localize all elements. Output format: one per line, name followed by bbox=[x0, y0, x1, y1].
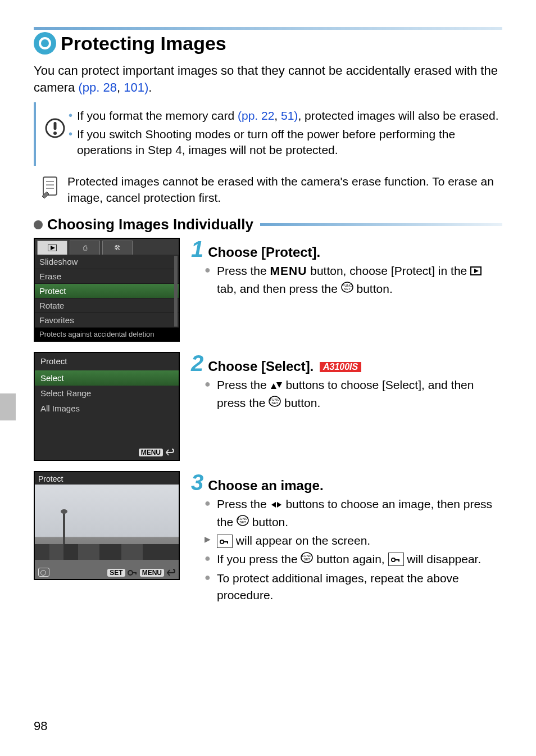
playback-tab-icon bbox=[470, 263, 482, 280]
step3-line4: To protect additional images, repeat the… bbox=[217, 570, 502, 604]
caution2-text: If you switch Shooting modes or turn off… bbox=[77, 126, 502, 159]
svg-marker-23 bbox=[277, 502, 281, 508]
protect-key-icon bbox=[388, 553, 404, 566]
caution-item-1: • If you format the memory card (pp. 22,… bbox=[69, 108, 502, 124]
svg-marker-22 bbox=[271, 502, 276, 508]
intro-text-mid: , bbox=[117, 80, 124, 94]
func-set-icon: FUNCSET bbox=[237, 514, 249, 531]
caution-item-2: • If you switch Shooting modes or turn o… bbox=[69, 126, 502, 159]
svg-point-2 bbox=[53, 132, 57, 135]
step-number-2: 2 bbox=[191, 352, 203, 374]
step-3: Protect SET MENU 3 Choos bbox=[34, 471, 502, 605]
back-arrow-icon bbox=[165, 449, 174, 456]
caution-icon bbox=[42, 118, 69, 138]
step3-title: Choose an image. bbox=[208, 478, 323, 494]
svg-text:SET: SET bbox=[271, 401, 278, 405]
submenu-all-images: All Images bbox=[35, 401, 179, 416]
svg-marker-10 bbox=[474, 269, 479, 273]
note-text: Protected images cannot be erased with t… bbox=[67, 174, 502, 206]
step3-line1: Press the buttons to choose an image, th… bbox=[217, 496, 502, 531]
menu-row-protect: Protect bbox=[35, 284, 179, 298]
caution1-mid: , bbox=[274, 109, 281, 122]
subheading-bullet-icon bbox=[34, 220, 43, 229]
tab-print: ⎙ bbox=[70, 241, 100, 255]
step-number-1: 1 bbox=[191, 238, 203, 260]
svg-rect-29 bbox=[227, 541, 228, 544]
menu-row-erase: Erase bbox=[35, 269, 179, 284]
func-set-icon: FUNCSET bbox=[341, 281, 353, 298]
protect-key-icon bbox=[128, 569, 138, 577]
shot2-menu-back: MENU bbox=[139, 449, 174, 456]
func-set-icon: FUNCSET bbox=[301, 551, 313, 568]
caution1-b: , protected images will also be erased. bbox=[298, 109, 498, 122]
step3-line3: If you press the FUNCSET button again, w… bbox=[217, 551, 481, 569]
svg-marker-15 bbox=[276, 382, 282, 388]
caution1-link-51[interactable]: 51) bbox=[281, 109, 298, 122]
step1-title: Choose [Protect]. bbox=[208, 245, 320, 260]
submenu-select-range: Select Range bbox=[35, 386, 179, 401]
svg-marker-8 bbox=[51, 246, 55, 250]
svg-text:SET: SET bbox=[344, 287, 351, 291]
svg-rect-35 bbox=[398, 559, 399, 562]
subheading-row: Choosing Images Individually bbox=[34, 216, 502, 233]
menu-row-slideshow: Slideshow bbox=[35, 255, 179, 269]
step-2: Protect Select Select Range All Images M… bbox=[34, 352, 502, 461]
shot3-set: SET bbox=[107, 569, 125, 577]
shot3-menu: MENU bbox=[140, 569, 164, 577]
note-row: Protected images cannot be erased with t… bbox=[34, 174, 502, 206]
svg-point-19 bbox=[128, 571, 133, 575]
menu-row-favorites: Favorites bbox=[35, 313, 179, 328]
shot3-header: Protect bbox=[38, 474, 63, 483]
intro-paragraph: You can protect important images so that… bbox=[34, 62, 502, 96]
step2-instruction: Press the buttons to choose [Select], an… bbox=[217, 377, 502, 412]
intro-link-101[interactable]: 101) bbox=[124, 80, 148, 94]
caution1-link-pp22[interactable]: (pp. 22 bbox=[238, 109, 274, 122]
tab-playback bbox=[37, 241, 67, 255]
submenu-select: Select bbox=[35, 370, 179, 386]
svg-text:SET: SET bbox=[239, 520, 246, 524]
step2-title: Choose [Select]. A3100IS bbox=[208, 359, 361, 374]
step1-instruction: Press the MENU button, choose [Protect] … bbox=[217, 262, 502, 298]
page-number: 98 bbox=[34, 719, 47, 734]
func-set-icon: FUNCSET bbox=[269, 395, 281, 412]
orientation-icon bbox=[38, 568, 49, 577]
step-number-3: 3 bbox=[191, 471, 203, 494]
menu-button-label: MENU bbox=[270, 264, 307, 277]
back-arrow-icon bbox=[166, 569, 175, 577]
svg-rect-1 bbox=[54, 122, 57, 130]
up-down-icon bbox=[270, 377, 283, 394]
step3-line2: will appear on the screen. bbox=[217, 532, 370, 549]
screenshot-protect-image: Protect SET MENU bbox=[34, 471, 180, 580]
title-bullet-icon bbox=[34, 32, 56, 55]
svg-rect-3 bbox=[43, 177, 57, 195]
screenshot-playback-menu: ⎙ 🛠 Slideshow Erase Protect Rotate Favor… bbox=[34, 238, 180, 342]
caution-box: • If you format the memory card (pp. 22,… bbox=[34, 102, 502, 166]
page-title: Protecting Images bbox=[61, 33, 226, 55]
svg-text:SET: SET bbox=[304, 558, 311, 561]
scrollbar bbox=[174, 256, 178, 327]
subheading: Choosing Images Individually bbox=[47, 216, 253, 233]
svg-marker-14 bbox=[271, 383, 276, 389]
menu-help-text: Protects against accidental deletion bbox=[35, 328, 179, 341]
svg-rect-21 bbox=[135, 572, 137, 574]
menu-row-rotate: Rotate bbox=[35, 298, 179, 313]
title-rule bbox=[34, 27, 502, 30]
step-1: ⎙ 🛠 Slideshow Erase Protect Rotate Favor… bbox=[34, 238, 502, 342]
svg-point-27 bbox=[220, 540, 224, 544]
svg-point-33 bbox=[391, 558, 394, 562]
title-row: Protecting Images bbox=[34, 32, 502, 55]
subheading-rule bbox=[260, 223, 502, 226]
pencil-note-icon bbox=[34, 174, 67, 198]
shot2-header: Protect bbox=[35, 353, 179, 370]
intro-link-pp28[interactable]: (pp. 28 bbox=[78, 80, 117, 94]
left-right-icon bbox=[270, 496, 283, 513]
side-tab bbox=[0, 393, 16, 420]
model-badge: A3100IS bbox=[320, 362, 361, 372]
tab-tools: 🛠 bbox=[102, 241, 133, 255]
caution1-a: If you format the memory card bbox=[77, 109, 238, 122]
screenshot-protect-submenu: Protect Select Select Range All Images M… bbox=[34, 352, 180, 461]
protect-key-icon bbox=[217, 535, 233, 548]
intro-text-end: . bbox=[148, 80, 152, 94]
